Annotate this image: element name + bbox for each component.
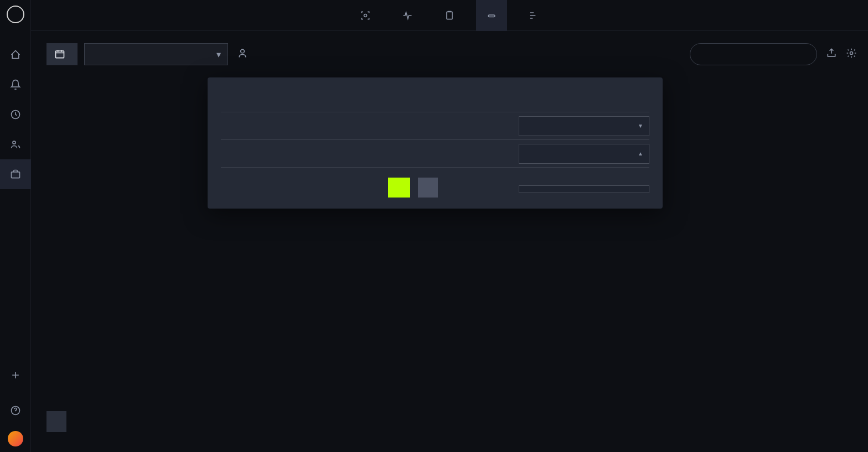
modal-row: ▼	[221, 112, 649, 140]
modal-row: ▲	[221, 140, 649, 168]
nav-team-icon[interactable]	[0, 129, 31, 159]
user-avatar[interactable]	[8, 431, 23, 446]
nav-workload-icon[interactable]	[0, 159, 31, 189]
svg-point-10	[850, 52, 853, 55]
topbar	[31, 0, 868, 31]
save-button[interactable]	[388, 178, 410, 198]
settings-icon[interactable]	[846, 48, 857, 61]
view-link-icon[interactable]	[476, 0, 507, 31]
view-clipboard-icon[interactable]	[434, 0, 465, 31]
footer	[46, 408, 868, 435]
view-scan-icon[interactable]	[350, 0, 381, 31]
modal-table-header	[221, 106, 649, 112]
view-activity-icon[interactable]	[392, 0, 423, 31]
svg-rect-6	[488, 15, 495, 17]
view-gantt-icon[interactable]	[518, 0, 549, 31]
nav-home-icon[interactable]	[0, 40, 31, 70]
svg-point-1	[13, 141, 16, 144]
svg-point-8	[241, 49, 245, 53]
person-filter-icon[interactable]	[237, 48, 250, 61]
projects-dropdown[interactable]	[84, 43, 228, 65]
svg-rect-5	[447, 12, 452, 19]
svg-point-4	[364, 14, 367, 17]
show-tasks-button[interactable]	[46, 411, 66, 432]
toolbar	[46, 43, 857, 65]
search-input-wrapper[interactable]	[690, 43, 817, 65]
search-input[interactable]	[702, 49, 813, 59]
svg-rect-7	[56, 51, 64, 58]
nav-add-icon[interactable]	[0, 360, 31, 390]
chevron-down-icon: ▼	[638, 123, 643, 129]
chevron-up-icon: ▲	[638, 150, 643, 157]
people-dropdown-list	[519, 185, 649, 193]
nav-time-icon[interactable]	[0, 100, 31, 129]
export-icon[interactable]	[826, 48, 837, 61]
people-dropdown[interactable]: ▼	[519, 116, 649, 136]
svg-rect-2	[11, 172, 19, 178]
close-button[interactable]	[418, 178, 438, 198]
from-today-button[interactable]	[46, 43, 78, 65]
nav-alerts-icon[interactable]	[0, 70, 31, 100]
nav-help-icon[interactable]	[0, 396, 31, 425]
sidebar	[0, 0, 31, 452]
people-dropdown-open[interactable]: ▲	[519, 144, 649, 164]
app-logo[interactable]	[7, 6, 24, 23]
